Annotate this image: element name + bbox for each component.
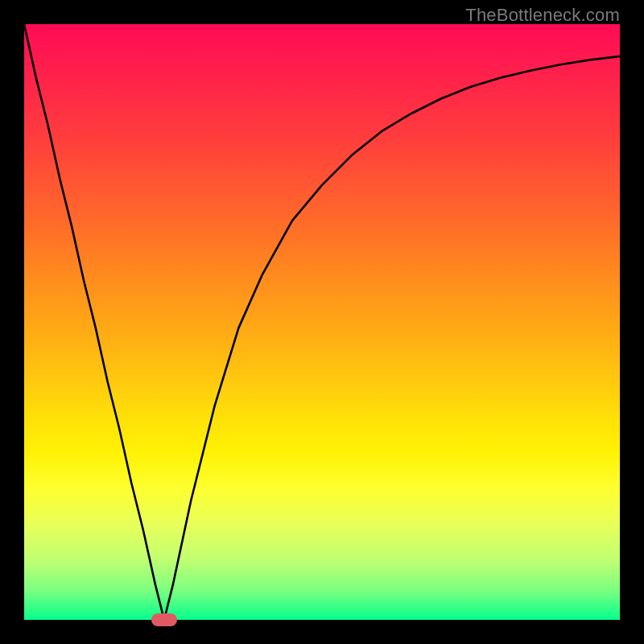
watermark-text: TheBottleneck.com <box>465 5 620 26</box>
curve-svg <box>24 24 620 620</box>
bottleneck-curve <box>24 24 620 620</box>
chart-frame: TheBottleneck.com <box>0 0 644 644</box>
plot-area <box>24 24 620 620</box>
optimum-marker <box>151 613 177 626</box>
